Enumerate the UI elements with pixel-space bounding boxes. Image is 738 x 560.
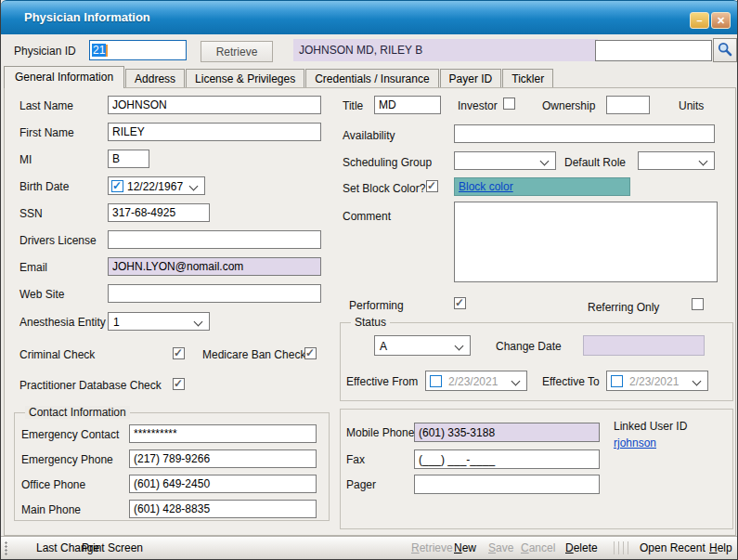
- toolbar-separator: [628, 541, 628, 554]
- referring-only-checkbox[interactable]: [692, 298, 704, 310]
- fax-input[interactable]: [414, 449, 600, 469]
- close-button[interactable]: ✕: [711, 12, 731, 29]
- emergency-phone-input[interactable]: [129, 449, 317, 468]
- referring-only-label: Referring Only: [588, 301, 659, 314]
- linked-user-id-label: Linked User ID: [614, 420, 687, 433]
- toolbar-grip[interactable]: [5, 541, 9, 556]
- comment-label: Comment: [343, 210, 391, 223]
- change-date-field: [583, 335, 705, 356]
- emergency-contact-input[interactable]: [129, 424, 317, 443]
- effective-from-label: Effective From: [346, 375, 418, 388]
- new-action[interactable]: New: [454, 541, 476, 554]
- minimize-button[interactable]: –: [690, 12, 709, 29]
- tab-strip: General Information Address License & Pr…: [4, 65, 554, 87]
- effective-from-checkbox[interactable]: [430, 375, 442, 387]
- scheduling-group-label: Scheduling Group: [343, 156, 432, 169]
- birth-date-picker[interactable]: 12/22/1967: [108, 176, 205, 195]
- block-color-link[interactable]: Block color: [459, 180, 513, 193]
- tab-credentials-insurance[interactable]: Credentials / Insurance: [305, 69, 438, 87]
- tab-address[interactable]: Address: [125, 69, 185, 87]
- default-role-label: Default Role: [564, 156, 626, 169]
- drivers-license-input[interactable]: [108, 230, 321, 249]
- office-phone-input[interactable]: [129, 475, 317, 493]
- effective-to-value: 2/23/2021: [629, 375, 679, 388]
- anesthesia-entity-dropdown[interactable]: 1: [108, 312, 210, 331]
- web-site-input[interactable]: [108, 284, 321, 303]
- tab-license-privileges[interactable]: License & Privileges: [186, 69, 304, 87]
- status-dropdown[interactable]: A: [374, 335, 471, 356]
- tab-payer-id[interactable]: Payer ID: [440, 69, 502, 87]
- toolbar-separator: [623, 541, 624, 554]
- print-screen-button[interactable]: Print Screen: [82, 541, 143, 554]
- criminal-check-checkbox[interactable]: [173, 347, 185, 359]
- chevron-down-icon: [511, 377, 521, 386]
- first-name-label: First Name: [19, 126, 74, 139]
- email-input[interactable]: [108, 257, 321, 276]
- availability-input[interactable]: [454, 124, 715, 143]
- physician-id-input[interactable]: 21: [89, 40, 187, 60]
- mobile-phone-input[interactable]: [414, 423, 600, 442]
- effective-from-picker[interactable]: 2/23/2021: [425, 371, 527, 391]
- fax-label: Fax: [346, 453, 365, 466]
- search-button[interactable]: [713, 38, 737, 62]
- mobile-phone-label: Mobile Phone: [346, 426, 414, 439]
- last-name-input[interactable]: [108, 96, 321, 114]
- title-input[interactable]: [374, 96, 441, 114]
- performing-checkbox[interactable]: [454, 297, 466, 309]
- effective-from-value: 2/23/2021: [448, 375, 498, 388]
- delete-action[interactable]: Delete: [565, 541, 598, 554]
- investor-label: Investor: [458, 99, 498, 112]
- emergency-contact-label: Emergency Contact: [21, 428, 119, 441]
- main-phone-input[interactable]: [129, 500, 317, 518]
- title-bar: Physician Information – ✕: [1, 0, 738, 34]
- chevron-down-icon: [699, 157, 708, 166]
- anesthesia-entity-label: Anesthesia Entity: [19, 316, 106, 329]
- close-icon: ✕: [717, 15, 725, 26]
- text-caret: [106, 45, 108, 57]
- medicare-ban-check-checkbox[interactable]: [304, 347, 317, 359]
- change-date-label: Change Date: [496, 340, 562, 353]
- birth-date-checkbox[interactable]: [111, 180, 123, 192]
- cancel-action: Cancel: [521, 541, 555, 554]
- save-action: Save: [488, 541, 513, 554]
- practitioner-db-check-checkbox[interactable]: [173, 378, 185, 390]
- minimize-icon: –: [696, 15, 702, 26]
- chevron-down-icon: [455, 342, 464, 351]
- first-name-input[interactable]: [108, 123, 321, 141]
- block-color-swatch[interactable]: Block color: [454, 177, 630, 196]
- comment-textarea[interactable]: [454, 202, 718, 282]
- ownership-label: Ownership: [542, 99, 595, 112]
- retrieve-button[interactable]: Retrieve: [201, 41, 273, 62]
- anesthesia-entity-value: 1: [113, 316, 120, 329]
- last-name-label: Last Name: [19, 99, 73, 112]
- ssn-input[interactable]: [108, 203, 210, 222]
- effective-to-checkbox[interactable]: [611, 375, 623, 387]
- help-button[interactable]: Help: [709, 541, 732, 554]
- bottom-toolbar: Last Change Print Screen Retrieve New Sa…: [1, 536, 738, 560]
- tab-tickler[interactable]: Tickler: [502, 69, 553, 87]
- linked-user-id-link[interactable]: rjohnson: [614, 436, 656, 449]
- tab-general-information[interactable]: General Information: [4, 66, 124, 88]
- physician-id-value: 21: [92, 44, 106, 57]
- investor-checkbox[interactable]: [503, 98, 515, 110]
- default-role-dropdown[interactable]: [638, 151, 715, 170]
- birth-date-label: Birth Date: [19, 180, 69, 193]
- web-site-label: Web Site: [19, 288, 64, 301]
- set-block-color-checkbox[interactable]: [426, 180, 438, 192]
- window-title: Physician Information: [24, 10, 150, 24]
- scheduling-group-dropdown[interactable]: [454, 151, 556, 170]
- physician-information-window: Physician Information – ✕ Physician ID 2…: [0, 0, 738, 560]
- medicare-ban-check-label: Medicare Ban Check: [202, 348, 305, 361]
- pager-input[interactable]: [414, 475, 600, 494]
- office-phone-label: Office Phone: [21, 478, 85, 491]
- chevron-down-icon: [189, 182, 199, 191]
- toolbar-separator: [614, 541, 615, 554]
- mi-input[interactable]: [108, 150, 149, 168]
- ownership-input[interactable]: [606, 96, 650, 114]
- quick-search-input[interactable]: [595, 40, 712, 61]
- open-recent-button[interactable]: Open Recent: [640, 541, 706, 554]
- emergency-phone-label: Emergency Phone: [21, 453, 113, 466]
- retrieve-action: Retrieve: [411, 541, 453, 554]
- chevron-down-icon: [693, 377, 702, 386]
- effective-to-picker[interactable]: 2/23/2021: [606, 371, 708, 391]
